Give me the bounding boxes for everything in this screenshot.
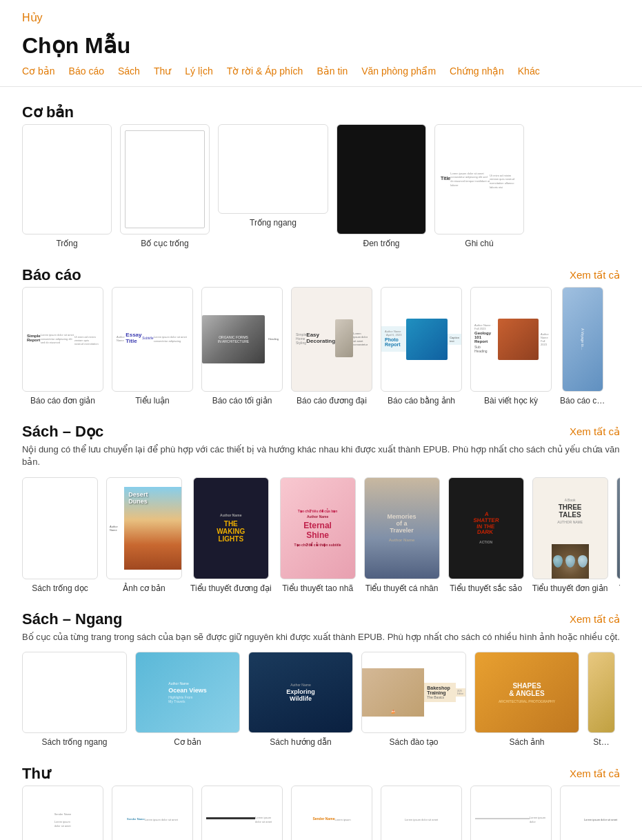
template-letter-2[interactable]: Sender Name Lorem ipsum dolor sit amet xyxy=(112,786,193,840)
template-shatter-dark[interactable]: ASHATTERIN THEDARK ACTION Tiểu thuyết sắ… xyxy=(448,477,524,594)
tab-flyer[interactable]: Tờ rời & Áp phích xyxy=(227,66,303,77)
template-blank-label: Trống xyxy=(56,239,77,250)
cancel-button[interactable]: Hủy xyxy=(22,11,43,24)
template-three-tales[interactable]: A Book THREETALES AUTHOR NAME Tiểu thuyế… xyxy=(532,477,608,594)
template-contemporary-report-label: Báo cáo đương đại xyxy=(297,396,367,407)
template-eternal-shine-label: Tiểu thuyết tao nhã xyxy=(282,583,353,594)
section-report: Báo cáo Xem tất cả Simple Report Lorem i… xyxy=(22,266,620,407)
top-bar: Hủy xyxy=(0,0,642,27)
template-eternal-shine[interactable]: Tạo chữ tiêu đề của bạn Author Name Eter… xyxy=(280,477,356,594)
section-book-portrait-desc: Nội dung có thể lưu chuyển lại để phù hợ… xyxy=(22,443,620,468)
template-three-tales-label: Tiểu thuyết đơn giản xyxy=(532,583,608,594)
template-desert-dunes[interactable]: Author Name DesertDunes Ảnh cơ bản xyxy=(106,477,182,594)
book-portrait-templates-row: Sách trống dọc Author Name DesertDunes Ả… xyxy=(22,477,620,594)
section-book-landscape-title: Sách – Ngang xyxy=(22,610,122,628)
section-book-portrait-header: Sách – Dọc Xem tất cả xyxy=(22,423,620,441)
tab-report[interactable]: Báo cáo xyxy=(69,66,104,77)
template-shatter-dark-label: Tiểu thuyết sắc sảo xyxy=(450,583,522,594)
report-see-all-button[interactable]: Xem tất cả xyxy=(570,269,620,281)
template-simple-report-label: Báo cáo đơn giản xyxy=(30,396,95,407)
section-book-landscape-header: Sách – Ngang Xem tất cả xyxy=(22,610,620,628)
template-note-label: Ghi chú xyxy=(465,239,493,250)
template-blank[interactable]: Trống xyxy=(22,124,112,250)
template-book-portrait-partial[interactable]: Ti… xyxy=(616,477,620,594)
tab-book[interactable]: Sách xyxy=(118,66,140,77)
template-book-landscape-partial-label: St… xyxy=(593,737,609,748)
book-landscape-see-all-button[interactable]: Xem tất cả xyxy=(570,613,620,626)
tab-newsletter[interactable]: Bản tin xyxy=(317,66,348,77)
basic-templates-row: Trống Bố cục trống Trống ngang Đen trống xyxy=(22,124,620,250)
template-ocean-views-label: Cơ bản xyxy=(174,737,201,748)
template-blank-layout[interactable]: Bố cục trống xyxy=(120,124,210,250)
book-landscape-templates-row: Sách trống ngang Author Name Ocean Views… xyxy=(22,652,620,748)
template-letter-3[interactable]: Lorem ipsum dolor sit amet xyxy=(201,786,283,840)
template-bakeshop-training-label: Sách đào tạo xyxy=(389,737,438,748)
template-letter-5[interactable]: Lorem ipsum dolor sit amet xyxy=(381,786,462,840)
tab-resume[interactable]: Lý lịch xyxy=(185,66,213,77)
template-blank-layout-label: Bố cục trống xyxy=(141,239,188,250)
tab-letter[interactable]: Thư xyxy=(154,66,171,77)
template-desert-dunes-label: Ảnh cơ bản xyxy=(123,583,165,594)
template-simple-report[interactable]: Simple Report Lorem ipsum dolor sit amet… xyxy=(22,287,103,407)
template-letter-4[interactable]: Sender Name Lorem ipsum xyxy=(291,786,372,840)
template-memories-traveler-label: Tiểu thuyết cá nhân xyxy=(365,583,439,594)
template-memories-traveler[interactable]: Memoriesof aTraveler Author Name Tiểu th… xyxy=(364,477,440,594)
template-black-blank-label: Đen trống xyxy=(363,239,399,250)
section-letter: Thư Xem tất cả Sender NameLorem ipsumdol… xyxy=(22,765,620,840)
template-photo-report[interactable]: Author Name · April 6, 2023 Photo Report… xyxy=(381,287,462,407)
template-ocean-views[interactable]: Author Name Ocean Views Highlights FromM… xyxy=(135,652,240,748)
section-basic-title: Cơ bản xyxy=(22,103,74,121)
tab-other[interactable]: Khác xyxy=(518,66,540,77)
template-book-portrait-partial-label: Ti… xyxy=(619,583,620,594)
template-report-partial[interactable]: A Voyage to… Báo cáo c… xyxy=(560,287,605,407)
letter-templates-row: Sender NameLorem ipsumdolor sit amet Sen… xyxy=(22,786,620,840)
section-basic: Cơ bản Trống Bố cục trống Trống ngang xyxy=(22,103,620,250)
template-blank-landscape-label: Trống ngang xyxy=(250,218,297,229)
section-book-landscape: Sách – Ngang Xem tất cả Bố cục của từng … xyxy=(22,610,620,748)
template-blank-landscape-book[interactable]: Sách trống ngang xyxy=(22,652,127,748)
template-blank-book-label: Sách trống dọc xyxy=(32,583,88,594)
template-bakeshop-training[interactable]: 🍰 Bakeshop Training The Basics 2026 Edit… xyxy=(361,652,466,748)
template-essay-label: Tiểu luận xyxy=(135,396,170,407)
tab-stationery[interactable]: Văn phòng phẩm xyxy=(361,66,436,77)
template-blank-book[interactable]: Sách trống dọc xyxy=(22,477,98,594)
page-title: Chọn Mẫu xyxy=(0,27,642,66)
template-exploring-wildlife[interactable]: Author Name ExploringWildlife Sách hướng… xyxy=(248,652,353,748)
report-templates-row: Simple Report Lorem ipsum dolor sit amet… xyxy=(22,287,620,407)
letter-see-all-button[interactable]: Xem tất cả xyxy=(570,768,620,780)
template-blank-landscape[interactable]: Trống ngang xyxy=(218,124,328,250)
tab-certificate[interactable]: Chứng nhận xyxy=(450,66,504,77)
template-black-blank[interactable]: Đen trống xyxy=(337,124,426,250)
template-minimal-report-label: Báo cáo tối giản xyxy=(212,396,272,407)
section-book-portrait: Sách – Dọc Xem tất cả Nội dung có thể lư… xyxy=(22,423,620,594)
template-essay[interactable]: Author Name Essay Title Subtitle Lorem i… xyxy=(112,287,193,407)
tab-basic[interactable]: Cơ bản xyxy=(22,66,55,77)
template-book-landscape-partial[interactable]: St… xyxy=(588,652,615,748)
template-waking-lights-label: Tiểu thuyết đương đại xyxy=(190,583,272,594)
template-letter-6[interactable]: Lorem ipsum dolor xyxy=(470,786,552,840)
template-photo-book-label: Sách ảnh xyxy=(509,737,544,748)
tab-bar: Cơ bản Báo cáo Sách Thư Lý lịch Tờ rời &… xyxy=(0,66,642,87)
template-letter-1[interactable]: Sender NameLorem ipsumdolor sit amet xyxy=(22,786,103,840)
section-book-landscape-desc: Bố cục của từng trang trong sách của bạn… xyxy=(22,631,620,643)
section-book-portrait-title: Sách – Dọc xyxy=(22,423,103,441)
template-note[interactable]: Title Lorem ipsum dolor sit amet consect… xyxy=(434,124,524,250)
content-area: Cơ bản Trống Bố cục trống Trống ngang xyxy=(0,103,642,840)
template-report-partial-label: Báo cáo c… xyxy=(560,396,605,407)
template-photo-report-label: Báo cáo bằng ảnh xyxy=(388,396,455,407)
section-letter-title: Thư xyxy=(22,765,50,783)
template-waking-lights[interactable]: Author Name THEWAKINGLIGHTS Tiểu thuyết … xyxy=(190,477,272,594)
section-basic-header: Cơ bản xyxy=(22,103,620,121)
template-photo-book[interactable]: SHAPES& ANGLES ARCHITECTURAL PHOTOGRAPHY… xyxy=(474,652,579,748)
book-portrait-see-all-button[interactable]: Xem tất cả xyxy=(570,426,620,438)
template-term-paper[interactable]: Author Name · Fall 2023 Geology 101 Repo… xyxy=(470,287,552,407)
template-minimal-report[interactable]: ORGANIC FORMSIN ARCHITECTURE Heading Báo… xyxy=(201,287,283,407)
section-letter-header: Thư Xem tất cả xyxy=(22,765,620,783)
template-contemporary-report[interactable]: Simple Home Styling Easy Decorating Lore… xyxy=(291,287,372,407)
template-term-paper-label: Bài viết học kỳ xyxy=(484,396,538,407)
section-report-title: Báo cáo xyxy=(22,266,81,284)
section-report-header: Báo cáo Xem tất cả xyxy=(22,266,620,284)
template-blank-landscape-book-label: Sách trống ngang xyxy=(41,737,107,748)
template-letter-7[interactable]: Lorem ipsum dolor sit amet xyxy=(560,786,620,840)
template-exploring-wildlife-label: Sách hướng dẫn xyxy=(270,737,331,748)
